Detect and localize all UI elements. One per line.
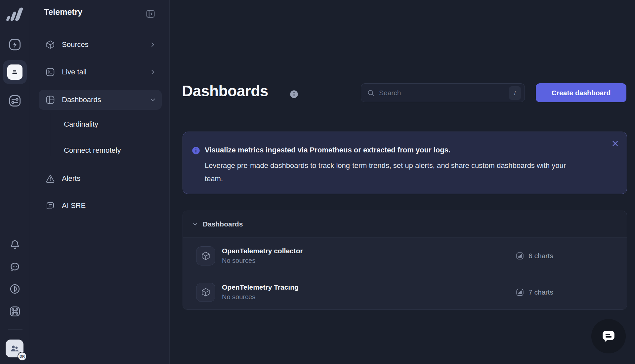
sidebar-item-ai-sre[interactable]: AI SRE: [39, 196, 162, 216]
chart-count: 6 charts: [516, 252, 553, 260]
dashboard-row-opentelemetry-tracing[interactable]: OpenTelemetry Tracing No sources 7 chart…: [183, 274, 627, 310]
cube-icon: [201, 251, 211, 261]
terminal-icon: [45, 67, 55, 77]
chat-launcher-button[interactable]: [591, 319, 626, 353]
betterstack-logo-icon: [6, 7, 24, 22]
title-info-icon[interactable]: [289, 90, 299, 99]
command-shortcuts-icon[interactable]: [6, 303, 23, 320]
cube-icon: [45, 40, 55, 50]
icon-rail: DR: [0, 0, 30, 364]
telemetry-section-selected[interactable]: [3, 60, 27, 84]
page-title: Dashboards: [182, 82, 268, 100]
sidebar-item-label: AI SRE: [62, 201, 86, 210]
sidebar-item-connect-remotely[interactable]: Connect remotely: [39, 141, 162, 160]
sidebar: Telemetry Sources: [30, 0, 170, 364]
search-input[interactable]: [361, 84, 525, 102]
section-header-label: Dashboards: [203, 220, 243, 228]
info-banner: Visualize metrics ingested via Prometheu…: [183, 132, 627, 194]
chevron-down-icon: [191, 221, 199, 228]
chevron-down-icon: [149, 96, 156, 103]
banner-body: Leverage pre-made dashboards to track lo…: [205, 159, 575, 185]
feedback-chat-bubble-icon[interactable]: [6, 258, 23, 275]
sidebar-item-cardinality[interactable]: Cardinality: [39, 114, 162, 134]
sidebar-item-label: Connect remotely: [64, 146, 121, 155]
bar-chart-icon: [516, 252, 524, 260]
dashboard-sources: No sources: [222, 257, 303, 264]
dashboard-sources: No sources: [222, 293, 299, 301]
dashboard-tile: [196, 283, 215, 302]
message-square-icon: [45, 201, 55, 211]
rail-divider: [8, 329, 22, 330]
sidebar-title: Telemetry: [44, 7, 82, 17]
close-icon[interactable]: [611, 139, 619, 148]
chart-count-label: 6 charts: [529, 252, 553, 260]
dashboard-row-opentelemetry-collector[interactable]: OpenTelemetry collector No sources 6 cha…: [183, 237, 627, 274]
dashboard-name: OpenTelemetry Tracing: [222, 283, 299, 291]
user-initials-badge[interactable]: DR: [18, 352, 27, 361]
sidebar-item-sources[interactable]: Sources: [39, 35, 162, 55]
dashboards-section-header[interactable]: Dashboards: [183, 211, 627, 237]
chevron-right-icon: [149, 68, 156, 76]
dashboard-tile: [196, 246, 215, 265]
notifications-bell-icon[interactable]: [6, 236, 23, 253]
search-shortcut-key: /: [509, 86, 521, 100]
dashboards-list-card: Dashboards OpenTelemetry collector No so…: [183, 211, 627, 310]
sidebar-item-label: Cardinality: [64, 120, 98, 129]
bar-chart-icon: [516, 288, 524, 297]
dashboard-name: OpenTelemetry collector: [222, 247, 303, 255]
warning-triangle-icon: [45, 174, 55, 183]
main-content: Dashboards / Create dashboard Visualize …: [170, 0, 635, 364]
sidebar-item-alerts[interactable]: Alerts: [39, 169, 162, 188]
create-dashboard-button[interactable]: Create dashboard: [536, 83, 626, 102]
logs-icon: [7, 64, 22, 80]
info-icon: [191, 146, 200, 155]
sidebar-item-label: Live tail: [62, 68, 87, 76]
chart-count-label: 7 charts: [529, 288, 553, 296]
chevron-right-icon: [149, 41, 156, 48]
dashboard-grid-icon: [45, 95, 55, 105]
cube-icon: [201, 287, 211, 297]
chat-bubble-filled-icon: [600, 328, 617, 345]
chart-count: 7 charts: [516, 288, 553, 297]
search-box: /: [361, 83, 525, 102]
sidebar-item-dashboards[interactable]: Dashboards: [39, 90, 162, 110]
collapse-sidebar-icon[interactable]: [145, 8, 156, 20]
theme-contrast-icon[interactable]: [6, 280, 23, 298]
sidebar-item-live-tail[interactable]: Live tail: [39, 62, 162, 82]
sidebar-item-label: Sources: [62, 40, 89, 49]
sidebar-item-label: Dashboards: [62, 96, 101, 104]
users-icon: [9, 343, 20, 354]
app-window: DR Telemetry Sources: [0, 0, 635, 364]
sliders-settings-icon[interactable]: [6, 92, 23, 109]
sidebar-item-label: Alerts: [62, 174, 80, 183]
uptime-lightning-icon[interactable]: [6, 36, 23, 53]
banner-title: Visualize metrics ingested via Prometheu…: [205, 146, 450, 154]
